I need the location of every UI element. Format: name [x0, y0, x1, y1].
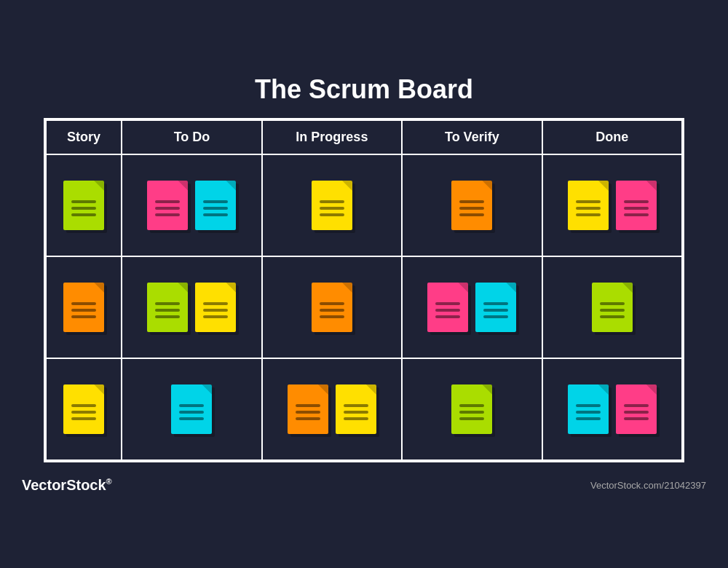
sticky-card [568, 181, 609, 230]
board-cell-todo [122, 358, 261, 460]
sticky-card [63, 283, 104, 332]
board-row [46, 358, 682, 460]
board-cell-inprogress [262, 256, 402, 358]
sticky-card [616, 181, 657, 230]
column-header-to-verify: To Verify [402, 120, 542, 154]
sticky-card [63, 181, 104, 230]
board-cell-todo [122, 154, 261, 256]
column-header-story: Story [46, 120, 122, 154]
board-cell-story [46, 154, 122, 256]
sticky-card [568, 384, 609, 434]
sticky-card [451, 181, 492, 230]
sticky-card [195, 181, 236, 230]
sticky-card [336, 384, 376, 434]
sticky-card [427, 283, 468, 332]
footer-url: VectorStock.com/21042397 [590, 480, 706, 491]
sticky-card [63, 384, 104, 434]
sticky-card [312, 283, 352, 332]
brand-name: VectorStock® [22, 477, 112, 494]
board-cell-story [46, 358, 122, 460]
board-row [46, 154, 682, 256]
board-cell-done [542, 358, 682, 460]
scrum-board: StoryTo DoIn ProgressTo VerifyDone [44, 118, 684, 462]
sticky-card [147, 283, 188, 332]
board-cell-inprogress [262, 154, 402, 256]
board-cell-todo [122, 256, 261, 358]
board-cell-done [542, 256, 682, 358]
sticky-card [195, 283, 236, 332]
sticky-card [147, 181, 188, 230]
board-cell-toverify [402, 256, 542, 358]
page-title: The Scrum Board [255, 74, 473, 105]
sticky-card [616, 384, 657, 434]
board-cell-done [542, 154, 682, 256]
column-header-in-progress: In Progress [262, 120, 402, 154]
sticky-card [171, 384, 212, 434]
sticky-card [288, 384, 328, 434]
board-cell-inprogress [262, 358, 402, 460]
column-header-to-do: To Do [122, 120, 261, 154]
sticky-card [592, 283, 633, 332]
board-cell-toverify [402, 154, 542, 256]
footer: VectorStock® VectorStock.com/21042397 [0, 468, 728, 494]
board-row [46, 256, 682, 358]
board-cell-toverify [402, 358, 542, 460]
board-cell-story [46, 256, 122, 358]
column-header-done: Done [542, 120, 682, 154]
sticky-card [312, 181, 352, 230]
sticky-card [475, 283, 516, 332]
sticky-card [451, 384, 492, 434]
